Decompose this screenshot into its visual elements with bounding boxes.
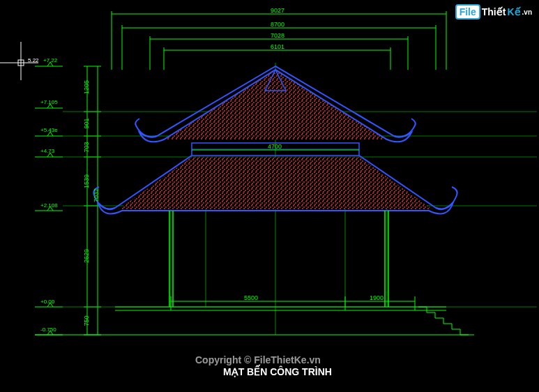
- dim-v7: 750: [83, 315, 90, 326]
- dim-v1: 1205: [83, 80, 90, 94]
- cad-drawing: [0, 0, 539, 392]
- dim-middle: 4700: [268, 143, 282, 150]
- columns: [169, 211, 388, 307]
- dim-top2: 8700: [271, 21, 284, 28]
- dim-top3: 7028: [271, 32, 284, 39]
- cursor-coord: 5.22: [28, 57, 39, 63]
- elev-2: +7.105: [40, 99, 58, 105]
- dim-v4: 7032: [93, 188, 100, 202]
- logo-word2: Kế: [507, 6, 520, 17]
- dim-bottom-right: 1900: [370, 294, 384, 301]
- dim-v6: 2629: [83, 249, 90, 263]
- dim-v3: 703: [83, 142, 90, 152]
- watermark-text: Copyright © FileThietKe.vn: [195, 354, 321, 365]
- dim-v2: 901: [83, 118, 90, 128]
- dim-v5: 1539: [83, 174, 90, 188]
- stairs: [418, 307, 469, 335]
- top-dimensions: [112, 11, 446, 70]
- dim-bottom-left: 5500: [244, 294, 258, 301]
- lower-roof: [93, 156, 457, 213]
- upper-roof: [135, 66, 416, 142]
- dim-top4: 6101: [271, 43, 284, 50]
- elev-4: +4.73: [40, 148, 54, 154]
- logo-word1: Thiết: [482, 6, 506, 17]
- logo-suffix: .vn: [522, 8, 532, 16]
- elev-3: +5.43e: [40, 127, 58, 133]
- elev-7: -0.750: [40, 326, 56, 333]
- dim-top1: 9027: [271, 7, 284, 14]
- drawing-title: MẠT BẾN CÔNG TRÌNH: [223, 366, 332, 377]
- elev-5: +2.108: [40, 202, 58, 209]
- elev-1: +7.22: [43, 57, 57, 63]
- logo[interactable]: File Thiết Kế .vn: [455, 4, 532, 20]
- ground: [115, 307, 446, 310]
- logo-box: File: [455, 4, 480, 20]
- elev-6: +0.00: [40, 299, 54, 305]
